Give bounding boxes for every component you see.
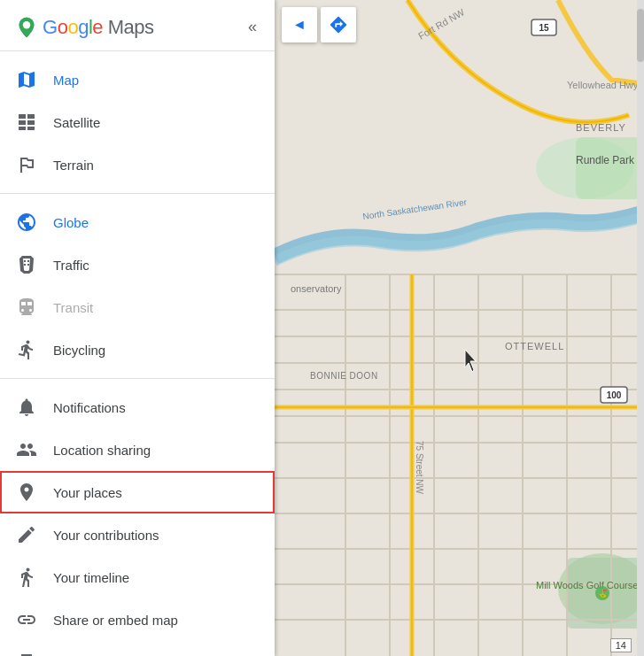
menu-share-embed-label: Share or embed map — [53, 613, 178, 628]
main-menu-section: Notifications Location sharing Your plac… — [0, 379, 275, 656]
svg-rect-1 — [19, 114, 26, 119]
menu-location-sharing[interactable]: Location sharing — [0, 428, 275, 471]
svg-rect-9 — [576, 137, 644, 199]
svg-text:Mill Woods Golf Course: Mill Woods Golf Course — [536, 580, 638, 590]
view-globe-label: Globe — [53, 215, 89, 230]
svg-text:⛳: ⛳ — [597, 588, 609, 599]
map-types-section: Map Satellite Terrain — [0, 51, 275, 194]
map-area: 100 15 Fort Rd NW Yellowhead Hwy BEVERLY… — [275, 0, 644, 656]
svg-text:15: 15 — [539, 23, 549, 33]
menu-location-sharing-label: Location sharing — [53, 443, 151, 458]
scrollbar-track — [637, 0, 644, 656]
logo-text: Google Maps — [43, 16, 153, 39]
menu-your-contributions[interactable]: Your contributions — [0, 513, 275, 556]
svg-rect-3 — [19, 127, 26, 130]
map-controls: ◄ — [282, 7, 356, 42]
svg-text:Yellowhead Hwy: Yellowhead Hwy — [567, 80, 639, 90]
view-bicycling-label: Bicycling — [53, 343, 105, 358]
menu-your-places-label: Your places — [53, 485, 122, 500]
view-transit[interactable]: Transit — [0, 286, 275, 328]
menu-share-embed[interactable]: Share or embed map — [0, 598, 275, 641]
your-places-icon — [14, 480, 39, 505]
svg-rect-6 — [27, 127, 35, 130]
map-svg: 100 15 Fort Rd NW Yellowhead Hwy BEVERLY… — [275, 0, 644, 656]
views-section: Globe Traffic Transit Bicycling — [0, 194, 275, 379]
sidebar-header: Google Maps « — [0, 0, 275, 51]
menu-print[interactable]: Print — [0, 641, 275, 656]
map-type-satellite-label: Satellite — [53, 115, 100, 130]
view-traffic[interactable]: Traffic — [0, 243, 275, 286]
maps-logo-icon — [14, 15, 39, 40]
map-number-badge: 14 — [610, 638, 632, 652]
view-transit-label: Transit — [53, 300, 93, 315]
collapse-button[interactable]: « — [244, 14, 260, 40]
svg-text:OTTEWELL: OTTEWELL — [505, 341, 564, 351]
menu-your-timeline[interactable]: Your timeline — [0, 556, 275, 598]
your-contributions-icon — [14, 522, 39, 547]
map-type-terrain-label: Terrain — [53, 158, 94, 173]
menu-your-contributions-label: Your contributions — [53, 528, 159, 543]
view-traffic-label: Traffic — [53, 258, 89, 273]
map-type-map[interactable]: Map — [0, 58, 275, 101]
logo: Google Maps — [14, 15, 153, 40]
share-embed-icon — [14, 607, 39, 632]
svg-text:BONNIE DOON: BONNIE DOON — [310, 371, 378, 381]
svg-text:Rundle Park: Rundle Park — [576, 154, 635, 166]
view-bicycling[interactable]: Bicycling — [0, 328, 275, 371]
back-button[interactable]: ◄ — [282, 7, 317, 42]
location-sharing-icon — [14, 437, 39, 462]
svg-text:onservatory: onservatory — [291, 283, 342, 294]
globe-icon — [14, 210, 39, 235]
svg-text:100: 100 — [607, 390, 622, 400]
traffic-icon — [14, 252, 39, 277]
svg-rect-2 — [19, 120, 26, 125]
sidebar: Google Maps « Map Satellite Terrain — [0, 0, 275, 656]
menu-your-timeline-label: Your timeline — [53, 570, 129, 585]
bicycling-icon — [14, 337, 39, 362]
transit-icon — [14, 295, 39, 320]
svg-rect-5 — [27, 120, 35, 125]
menu-your-places[interactable]: Your places — [0, 471, 275, 513]
map-type-terrain[interactable]: Terrain — [0, 143, 275, 186]
map-icon — [14, 67, 39, 92]
terrain-icon — [14, 152, 39, 177]
satellite-icon — [14, 110, 39, 135]
svg-text:BEVERLY: BEVERLY — [576, 122, 626, 133]
view-globe[interactable]: Globe — [0, 201, 275, 243]
scrollbar-thumb[interactable] — [637, 9, 644, 62]
svg-point-0 — [23, 21, 30, 28]
menu-notifications[interactable]: Notifications — [0, 386, 275, 428]
your-timeline-icon — [14, 565, 39, 590]
menu-notifications-label: Notifications — [53, 400, 126, 415]
print-icon — [14, 650, 39, 656]
svg-text:75 Street NW: 75 Street NW — [415, 441, 424, 495]
map-type-satellite[interactable]: Satellite — [0, 101, 275, 143]
directions-button[interactable] — [321, 7, 356, 42]
svg-rect-4 — [27, 114, 35, 119]
notifications-icon — [14, 395, 39, 420]
map-type-map-label: Map — [53, 73, 79, 88]
